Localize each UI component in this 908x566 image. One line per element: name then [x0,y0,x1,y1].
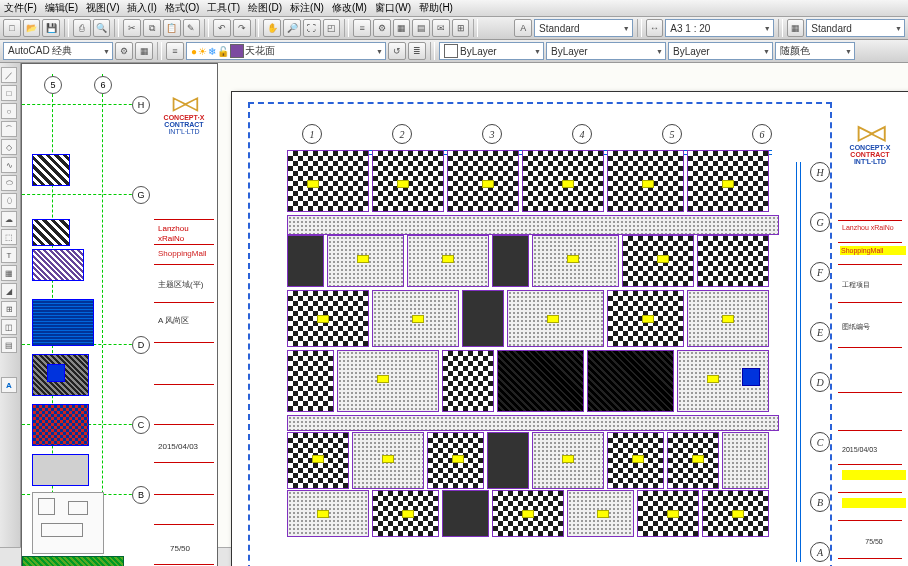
scale-fg: 75/50 [842,538,906,545]
draw-toolbar: ／ □ ○ ⌒ ◇ ∿ ⬭ ⬯ ☁ ⬚ T ▦ ◢ ⊞ ◫ ▤ A [0,63,21,547]
grid-col-5-bg: 5 [44,76,62,94]
menu-bar: 文件(F) 编辑(E) 视图(V) 插入(I) 格式(O) 工具(T) 绘图(D… [0,0,908,17]
gradient-icon[interactable]: ◢ [1,283,17,299]
arc-icon[interactable]: ⌒ [1,121,17,137]
line-icon[interactable]: ／ [1,67,17,83]
menu-view[interactable]: 视图(V) [86,1,119,15]
save-icon[interactable]: 💾 [42,19,60,37]
layer-props-icon[interactable]: ≡ [166,42,184,60]
rect-icon[interactable]: □ [1,85,17,101]
brand-line3-bg: INT'L·LTD [154,128,214,135]
menu-edit[interactable]: 编辑(E) [45,1,78,15]
yellow-bar1 [842,470,906,480]
zoom-win-icon[interactable]: ◰ [323,19,341,37]
markup-icon[interactable]: ✉ [432,19,450,37]
copy-icon[interactable]: ⧉ [143,19,161,37]
yellow-bar2 [842,498,906,508]
undo-icon[interactable]: ↶ [213,19,231,37]
circle-icon[interactable]: ○ [1,103,17,119]
layer-prev-icon[interactable]: ↺ [388,42,406,60]
plotstyle-dropdown[interactable]: 随颜色 [775,42,855,60]
blue-marker [742,368,760,386]
color-value: ByLayer [460,46,497,57]
dim-style-dropdown[interactable]: A3 1 : 20 [665,19,773,37]
menu-window[interactable]: 窗口(W) [375,1,411,15]
proj-area-bg: 主题区域(平) [158,280,203,290]
paste-icon[interactable]: 📋 [163,19,181,37]
grid-row-B: B [810,492,830,512]
foreground-sheet: 1 2 3 4 5 6 H G F E D C B A [231,91,908,566]
print-icon[interactable]: ⎙ [73,19,91,37]
brand-line1-bg: CONCEPT·X [154,114,214,121]
color-dropdown[interactable]: ByLayer [439,42,544,60]
app-root: 文件(F) 编辑(E) 视图(V) 插入(I) 格式(O) 工具(T) 绘图(D… [0,0,908,566]
textstyle-icon[interactable]: A [514,19,532,37]
polygon-icon[interactable]: ◇ [1,139,17,155]
menu-format[interactable]: 格式(O) [165,1,199,15]
proj-red-fg: Lanzhou xRaiNo [842,224,906,231]
title-block-fg: ▷◁ CONCEPT·X CONTRACT INT'L·LTD Lanzhou … [834,102,908,566]
lineweight-dropdown[interactable]: ByLayer [668,42,773,60]
floor-plan [287,140,777,540]
toolbar-layers: AutoCAD 经典 ⚙ ▦ ≡ ●☀❄🔓 天花面 ↺ ≣ ByLayer By… [0,40,908,63]
sheet-icon[interactable]: ▤ [412,19,430,37]
color-swatch-icon [444,44,458,58]
spline-icon[interactable]: ∿ [1,157,17,173]
grid-row-G: G [810,212,830,232]
table-icon[interactable]: ⊞ [1,301,17,317]
grid-row-H: H [810,162,830,182]
dimstyle-icon[interactable]: ↔ [646,19,664,37]
layer-color-swatch [230,44,244,58]
block-icon[interactable]: ⬚ [1,229,17,245]
props-icon[interactable]: ≡ [353,19,371,37]
main-area: ／ □ ○ ⌒ ◇ ∿ ⬭ ⬯ ☁ ⬚ T ▦ ◢ ⊞ ◫ ▤ A [0,63,908,547]
ws-settings-icon[interactable]: ⚙ [115,42,133,60]
revcloud-icon[interactable]: ☁ [1,211,17,227]
area-lbl-fg: 图纸编号 [842,322,906,332]
layer-name: 天花面 [245,44,275,58]
region-icon[interactable]: ◫ [1,319,17,335]
redo-icon[interactable]: ↷ [233,19,251,37]
menu-tools[interactable]: 工具(T) [207,1,240,15]
text-style-dropdown[interactable]: Standard [534,19,633,37]
proj-lbl-bg: Lanzhou xRaiNo [158,224,217,245]
tablestyle-icon[interactable]: ▦ [787,19,805,37]
zoom-ext-icon[interactable]: ⛶ [303,19,321,37]
pan-icon[interactable]: ✋ [263,19,281,37]
toolbar-standard: □ 📂 💾 ⎙ 🔍 ✂ ⧉ 📋 ✎ ↶ ↷ ✋ 🔎 ⛶ ◰ ≡ ⚙ ▦ ▤ ✉ … [0,17,908,40]
point-icon[interactable]: ▤ [1,337,17,353]
toolpal-icon[interactable]: ▦ [393,19,411,37]
proj-lbl-fg: 工程项目 [842,280,906,290]
area-name-bg: A 风尚区 [158,316,189,326]
linetype-dropdown[interactable]: ByLayer [546,42,666,60]
ellipse-icon[interactable]: ⬭ [1,175,17,191]
brand-logo: ▷◁ CONCEPT·X CONTRACT INT'L·LTD [840,120,900,165]
hatch-icon[interactable]: ▦ [1,265,17,281]
preview-icon[interactable]: 🔍 [93,19,111,37]
calc-icon[interactable]: ⊞ [452,19,470,37]
scale-bg: 75/50 [170,544,190,554]
table-style-dropdown[interactable]: Standard [806,19,905,37]
menu-insert[interactable]: 插入(I) [127,1,156,15]
ellipse-arc-icon[interactable]: ⬯ [1,193,17,209]
layer-dropdown[interactable]: ●☀❄🔓 天花面 [186,42,386,60]
menu-draw[interactable]: 绘图(D) [248,1,282,15]
layer-state-icon[interactable]: ≣ [408,42,426,60]
workspace-dropdown[interactable]: AutoCAD 经典 [3,42,113,60]
menu-dimension[interactable]: 标注(N) [290,1,324,15]
menu-file[interactable]: 文件(F) [4,1,37,15]
match-icon[interactable]: ✎ [183,19,201,37]
zoom-icon[interactable]: 🔎 [283,19,301,37]
open-icon[interactable]: 📂 [23,19,41,37]
ws-grid-icon[interactable]: ▦ [135,42,153,60]
menu-modify[interactable]: 修改(M) [332,1,367,15]
menu-help[interactable]: 帮助(H) [419,1,453,15]
dc-icon[interactable]: ⚙ [373,19,391,37]
mtext-icon[interactable]: T [1,247,17,263]
background-sheet: 5 6 H G D C B [21,63,218,566]
drawing-canvas[interactable]: 5 6 H G D C B [21,63,908,547]
cut-icon[interactable]: ✂ [123,19,141,37]
new-icon[interactable]: □ [3,19,21,37]
grid-row-C: C [810,432,830,452]
text-A-icon[interactable]: A [1,377,17,393]
